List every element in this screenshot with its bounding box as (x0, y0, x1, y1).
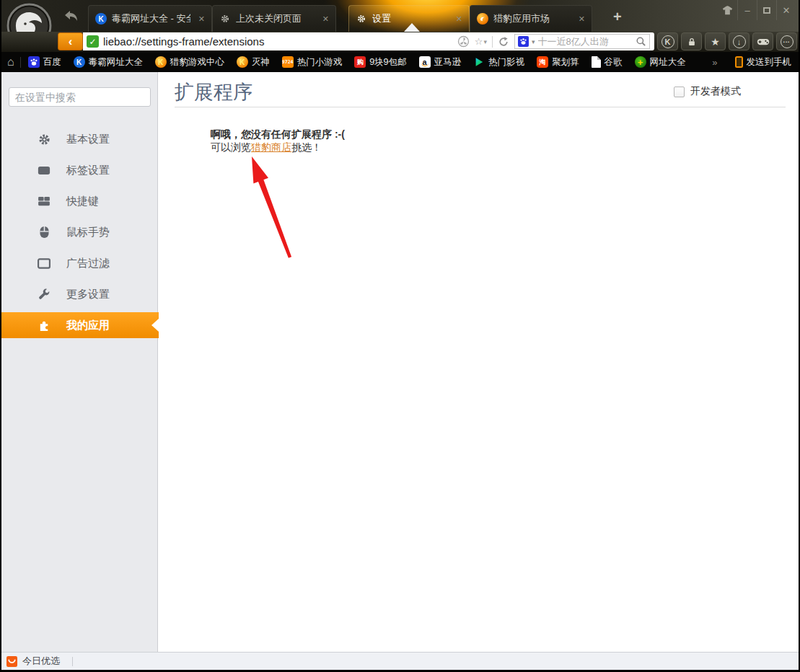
title-divider (175, 107, 786, 107)
bookmark-label: 聚划算 (552, 56, 579, 68)
baidu-paw-icon (518, 36, 529, 47)
window-controls: – ✕ (718, 0, 796, 20)
gear-icon (356, 13, 367, 25)
tab-last-session[interactable]: 上次未关闭页面 ✕ (212, 5, 336, 32)
bookmark-label: 谷歌 (605, 56, 623, 68)
bookmark-label: 热门小游戏 (297, 56, 343, 68)
settings-sidebar: 基本设置 标签设置 快捷键 鼠标手势 (1, 72, 158, 652)
history-back-arrow-icon[interactable] (63, 9, 80, 23)
sidebar-item-shortcuts[interactable]: 快捷键 (1, 188, 158, 214)
bookmark-star-menu[interactable]: ☆ ▾ (475, 36, 487, 47)
baidu-paw-icon (28, 56, 40, 68)
bookmark-site-nav[interactable]: + 网址大全 (635, 56, 686, 68)
sidebar-item-label: 广告过滤 (66, 257, 110, 270)
play-video-icon (473, 56, 485, 68)
bookmark-label: 热门影视 (488, 56, 524, 68)
cheetah-browser-logo[interactable] (6, 2, 53, 32)
omnibox-search[interactable]: ▾ (514, 34, 650, 49)
bookmark-google[interactable]: 谷歌 (592, 56, 623, 68)
phone-icon (735, 56, 743, 68)
menu-button[interactable]: ••• (776, 32, 797, 50)
settings-search-input[interactable] (9, 87, 151, 107)
bookmark-baidu[interactable]: 百度 (28, 56, 61, 68)
kingsoft-k-icon: K (74, 56, 85, 68)
downloads-button[interactable]: ↓ (729, 32, 750, 50)
bookmark-label: 亚马逊 (434, 56, 462, 68)
bookmark-mini-games[interactable]: 9724 热门小游戏 (282, 56, 343, 68)
tab-dubai-sites[interactable]: K 毒霸网址大全 - 安全... ✕ (88, 5, 212, 32)
send-to-phone-label: 发送到手机 (747, 56, 792, 68)
bookmark-label: 网址大全 (650, 56, 686, 68)
developer-mode-checkbox[interactable] (674, 87, 685, 97)
cheetah-store-link[interactable]: 猎豹商店 (251, 141, 291, 153)
close-icon[interactable]: ✕ (322, 14, 329, 24)
star-icon: ☆ (475, 36, 483, 47)
minimize-button[interactable]: – (737, 0, 757, 20)
bookmark-mieshen[interactable]: K 灭神 (237, 56, 270, 68)
home-icon[interactable]: ⌂ (7, 56, 14, 68)
kingsoft-button[interactable]: K (657, 32, 678, 50)
browse-prefix-text: 可以浏览 (211, 141, 251, 153)
send-to-phone-button[interactable]: 发送到手机 (735, 56, 792, 68)
quick-search-input[interactable] (538, 36, 633, 47)
bookmark-hot-video[interactable]: 热门影视 (473, 56, 524, 68)
maximize-button[interactable] (757, 0, 776, 20)
search-magnifier-icon[interactable] (636, 36, 646, 47)
games-button[interactable] (752, 32, 773, 50)
tab-app-market[interactable]: 猎豹应用市场 ✕ (470, 5, 592, 32)
tab-strip: K 毒霸网址大全 - 安全... ✕ 上次未关闭页面 ✕ 设置 ✕ (88, 5, 592, 32)
privacy-lock-button[interactable] (681, 32, 702, 50)
close-icon[interactable]: ✕ (198, 14, 205, 24)
extensions-panel: 扩展程序 开发者模式 啊哦，您没有任何扩展程序 :-( 可以浏览猎豹商店挑选！ (159, 72, 799, 652)
close-icon[interactable]: ✕ (579, 14, 585, 24)
caret-down-icon[interactable]: ▾ (532, 38, 535, 45)
bookmark-label: 猎豹游戏中心 (170, 56, 224, 68)
sidebar-item-mouse-gesture[interactable]: 鼠标手势 (1, 219, 158, 245)
bookmark-duba-sites[interactable]: K 毒霸网址大全 (74, 56, 143, 68)
tab-bar: K 毒霸网址大全 - 安全... ✕ 上次未关闭页面 ✕ 设置 ✕ (1, 0, 799, 32)
empty-state-message: 啊哦，您没有任何扩展程序 :-( (211, 128, 345, 141)
browse-store-line: 可以浏览猎豹商店挑选！ (211, 141, 322, 154)
sidebar-item-my-apps[interactable]: 我的应用 (1, 312, 159, 338)
k-logo-icon: K (661, 35, 674, 48)
mouse-icon (37, 225, 51, 239)
bookmark-label: 毒霸网址大全 (89, 56, 143, 68)
sidebar-item-tabs[interactable]: 标签设置 (1, 157, 158, 183)
favorites-button[interactable]: ★ (705, 32, 726, 50)
new-tab-button[interactable]: + (613, 9, 622, 25)
refresh-icon[interactable] (498, 36, 509, 48)
close-window-button[interactable]: ✕ (776, 0, 796, 20)
back-button[interactable]: ‹ (58, 32, 83, 50)
bookmark-game-center[interactable]: K 猎豹游戏中心 (155, 56, 224, 68)
bookmarks-right: » 发送到手机 (712, 56, 793, 68)
tab-title: 上次未关闭页面 (236, 12, 315, 25)
sidebar-item-more-settings[interactable]: 更多设置 (1, 281, 158, 307)
settings-page: 基本设置 标签设置 快捷键 鼠标手势 (1, 72, 799, 652)
skin-button[interactable] (718, 0, 737, 20)
url-input[interactable] (103, 35, 453, 48)
sidebar-item-basic[interactable]: 基本设置 (1, 126, 158, 152)
tab-title: 毒霸网址大全 - 安全... (112, 12, 190, 25)
bookmarks-divider (20, 57, 21, 68)
bookmarks-overflow-chevrons[interactable]: » (712, 57, 717, 68)
star-icon: ★ (711, 36, 720, 48)
bookmark-juhuasuan[interactable]: 淘 聚划算 (537, 56, 579, 68)
bookmark-amazon[interactable]: a 亚马逊 (419, 56, 462, 68)
toolbar-buttons: K ★ ↓ ••• (657, 32, 797, 50)
status-bar: 今日优选 (1, 652, 799, 670)
sidebar-item-ad-filter[interactable]: 广告过滤 (1, 250, 158, 276)
maximize-icon (763, 7, 770, 14)
developer-mode-toggle[interactable]: 开发者模式 (674, 85, 741, 98)
close-icon[interactable]: ✕ (456, 14, 462, 24)
site-nav-plus-icon: + (635, 56, 646, 68)
ellipsis-icon: ••• (781, 35, 794, 48)
today-picks-icon (6, 656, 17, 667)
url-bar[interactable]: ✓ ☆ ▾ ▾ (83, 32, 654, 50)
sidebar-item-label: 我的应用 (66, 319, 110, 332)
today-picks-label[interactable]: 今日优选 (22, 655, 60, 668)
bookmark-9kuai9[interactable]: 购 9块9包邮 (354, 56, 406, 68)
ad-filter-window-icon (37, 256, 51, 270)
wrench-icon (37, 287, 51, 301)
taobao-icon: 淘 (537, 56, 548, 68)
boost-fan-icon[interactable] (457, 35, 470, 48)
